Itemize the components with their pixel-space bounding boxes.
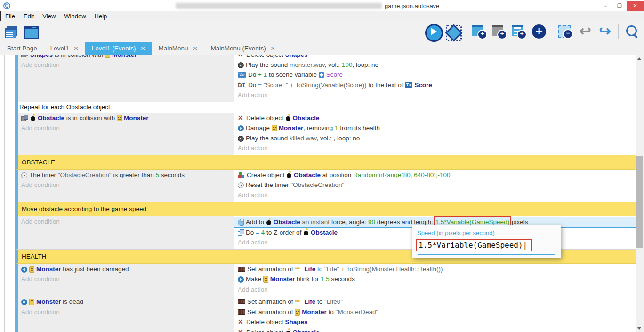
monster-icon (29, 299, 34, 305)
text-segment: , vol.: , loop: no (317, 135, 360, 142)
tab-close-icon[interactable]: ✕ (193, 45, 198, 52)
delete-event-icon[interactable] (557, 24, 573, 40)
add-condition-link[interactable]: Add condition (21, 180, 231, 190)
text-segment: Shapes (285, 318, 308, 325)
action-line[interactable]: Play the sound killed.wav, vol.: , loop:… (237, 133, 634, 144)
conditions-cell[interactable]: Shapes is in collision with MonsterAdd c… (18, 55, 234, 102)
actions-cell[interactable]: Set animation of Life to "Life0"Set anim… (234, 296, 636, 332)
condition-line[interactable]: Obstacle is in collision with Monster (21, 113, 231, 123)
action-line[interactable]: Play the sound monster.wav, vol.: 100, l… (237, 60, 634, 70)
action-line[interactable]: Make Monster blink for 1.5 seconds (237, 274, 634, 284)
tab-close-icon[interactable]: ✕ (140, 45, 145, 52)
action-line[interactable]: Delete object Obstacle (237, 327, 634, 332)
actions-cell[interactable]: Delete object ObstacleDamage Monster, re… (234, 113, 636, 155)
condition-line[interactable]: Monster is dead (21, 297, 231, 307)
menu-edit[interactable]: Edit (24, 13, 34, 20)
minimize-icon[interactable] (598, 1, 612, 11)
action-line[interactable]: Delete object Shapes (237, 55, 634, 60)
action-line[interactable]: Reset the timer "ObstacleCreation" (237, 180, 634, 190)
condition-line[interactable]: Monster has just been damaged (21, 264, 231, 275)
comment-row[interactable]: Move obstacle according to the game spee… (15, 202, 636, 216)
conditions-cell[interactable]: Monster is deadAdd condition (18, 296, 234, 332)
redo-icon[interactable] (597, 24, 613, 40)
menu-help[interactable]: Help (95, 13, 107, 20)
action-line[interactable]: Damage Monster, removing 1 from its heal… (237, 123, 634, 133)
add-comment-icon[interactable] (511, 24, 527, 40)
comment-row[interactable]: OBSTACLE (15, 155, 636, 170)
action-line[interactable]: Delete object Shapes (237, 317, 634, 327)
text-segment: Monster (36, 298, 61, 305)
add-other-icon[interactable] (531, 24, 547, 40)
damage-icon (21, 267, 27, 273)
collision-icon (21, 115, 28, 121)
tab-level1[interactable]: Level1✕ (44, 42, 85, 55)
add-event-icon[interactable] (471, 24, 487, 40)
scroll-up-icon[interactable] (636, 55, 644, 63)
text-segment: Create object (247, 171, 286, 178)
add-condition-link[interactable]: Add condition (21, 60, 231, 70)
force-icon (238, 219, 244, 225)
add-action-link[interactable]: Add action (237, 143, 634, 154)
action-line[interactable]: Set animation of Life to "Life" + ToStri… (237, 264, 634, 275)
conditions-cell[interactable]: Obstacle is in collision with MonsterAdd… (18, 113, 234, 155)
text-segment: "Score: " + ToString(Variable(Score)) (264, 81, 367, 89)
debug-icon[interactable] (444, 24, 460, 40)
scene-window-icon[interactable] (23, 24, 38, 39)
text-segment: seconds (159, 171, 185, 178)
add-condition-link[interactable]: Add condition (21, 217, 231, 227)
anim-icon (238, 267, 245, 272)
conditions-cell[interactable]: Monster has just been damagedAdd conditi… (18, 264, 234, 296)
add-action-label: Add action (238, 91, 268, 98)
action-line[interactable]: Do = "Score: " + ToString(Variable(Score… (237, 80, 634, 90)
text-segment: 1 (335, 124, 338, 131)
text-segment: Set animation of (247, 308, 295, 316)
vertical-scrollbar[interactable] (636, 55, 644, 332)
tab-mainmenu-events-[interactable]: MainMenu (Events)✕ (204, 42, 282, 55)
sound-icon (238, 136, 244, 142)
bomb-icon (285, 328, 291, 332)
condition-line[interactable]: The timer "ObstacleCreation" is greater … (21, 170, 231, 180)
conditions-cell[interactable]: The timer "ObstacleCreation" is greater … (18, 170, 234, 202)
expression-input[interactable]: 1.5*Variable(GameSpeed)| (417, 240, 531, 251)
menu-view[interactable]: View (42, 13, 56, 20)
actions-cell[interactable]: Set animation of Life to "Life" + ToStri… (234, 264, 636, 296)
undo-icon[interactable] (577, 24, 593, 40)
text-segment: seconds (330, 275, 355, 283)
conditions-cell[interactable]: Add condition (18, 216, 234, 249)
add-condition-link[interactable]: Add condition (21, 123, 231, 133)
add-condition-link[interactable]: Add condition (21, 307, 231, 317)
actions-cell[interactable]: Create object Obstacle at position Rando… (234, 170, 636, 202)
menu-window[interactable]: Window (64, 13, 86, 20)
tab-mainmenu[interactable]: MainMenu✕ (152, 42, 204, 55)
action-line[interactable]: Set animation of Monster to "MonsterDead… (237, 307, 634, 317)
action-line[interactable]: Do + 1 to scene variable Score (237, 70, 634, 80)
add-action-link[interactable]: Add action (237, 90, 634, 100)
add-action-link[interactable]: Add action (237, 190, 634, 201)
tab-close-icon[interactable]: ✕ (271, 45, 275, 52)
add-condition-link[interactable]: Add condition (21, 274, 231, 284)
scrollbar-thumb[interactable] (636, 156, 643, 248)
tab-start-page[interactable]: Start Page (0, 42, 44, 55)
text-segment: Obstacle (293, 329, 320, 332)
play-icon[interactable] (425, 24, 441, 40)
text-segment: Play the sound (246, 61, 290, 68)
tab-close-icon[interactable]: ✕ (74, 45, 79, 52)
project-events-icon[interactable] (4, 24, 19, 39)
restore-icon[interactable] (612, 1, 627, 11)
add-subevent-icon[interactable] (491, 24, 507, 40)
scroll-down-icon[interactable] (636, 324, 644, 332)
action-line[interactable]: Delete object Obstacle (237, 113, 634, 123)
text-segment: Monster (302, 308, 327, 316)
condition-line[interactable]: Shapes is in collision with Monster (21, 55, 231, 60)
add-action-link[interactable]: Add action (237, 284, 634, 295)
search-icon[interactable] (624, 24, 640, 40)
text-segment: Play the sound (246, 135, 290, 142)
action-line[interactable]: Set animation of Life to "Life0" (237, 297, 634, 307)
close-icon[interactable] (627, 1, 644, 11)
tab-level1-events-[interactable]: Level1 (Events)✕ (85, 42, 152, 55)
action-line[interactable]: Create object Obstacle at position Rando… (237, 170, 634, 180)
actions-cell[interactable]: Delete object ShapesPlay the sound monst… (234, 55, 636, 102)
repeat-event-header[interactable]: Repeat for each Obstacle object: (18, 102, 636, 113)
menu-file[interactable]: File (5, 13, 15, 20)
text-segment: from its health (338, 124, 380, 131)
